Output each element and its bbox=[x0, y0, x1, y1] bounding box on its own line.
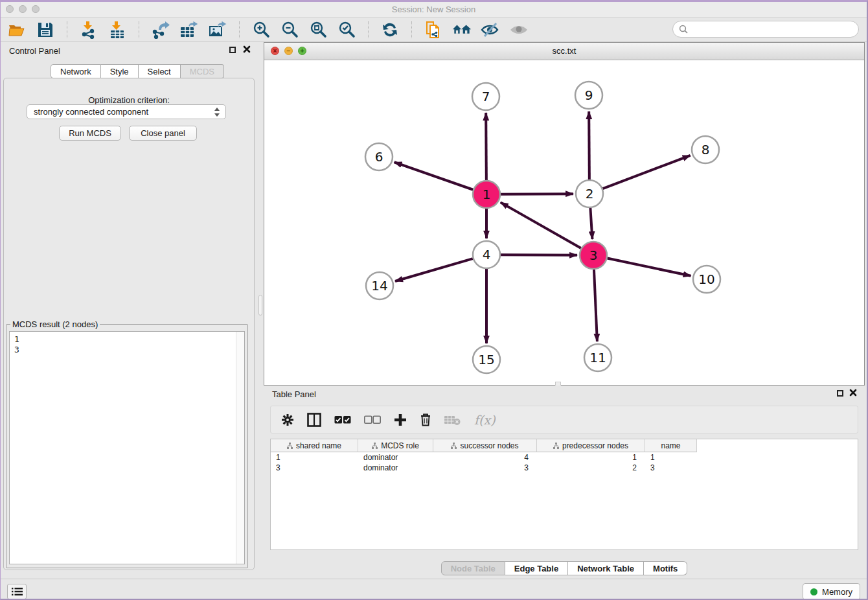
zoom-out-icon[interactable] bbox=[280, 20, 299, 40]
edge-4-3[interactable] bbox=[501, 255, 577, 255]
svg-text:6: 6 bbox=[375, 149, 383, 165]
search-input[interactable] bbox=[691, 23, 858, 36]
column-header-predecessor-nodes[interactable]: predecessor nodes bbox=[537, 439, 645, 452]
node-11[interactable]: 11 bbox=[584, 344, 611, 371]
table-cell[interactable]: 1 bbox=[645, 452, 697, 463]
mcds-result-textarea[interactable]: 1 3 bbox=[9, 331, 245, 564]
edge-3-11[interactable] bbox=[594, 270, 597, 341]
import-table-icon[interactable] bbox=[108, 20, 127, 40]
export-table-icon[interactable] bbox=[179, 20, 199, 40]
table-cell[interactable]: 3 bbox=[433, 463, 537, 473]
edge-4-14[interactable] bbox=[395, 259, 473, 281]
deselect-all-checkboxes-icon[interactable] bbox=[364, 415, 381, 424]
save-session-icon[interactable] bbox=[36, 20, 55, 40]
edge-3-10[interactable] bbox=[608, 259, 691, 276]
node-6[interactable]: 6 bbox=[365, 143, 393, 170]
svg-text:10: 10 bbox=[698, 271, 714, 287]
edge-1-7[interactable] bbox=[486, 113, 486, 180]
tab-node-table[interactable]: Node Table bbox=[441, 561, 505, 575]
memory-button[interactable]: Memory bbox=[803, 583, 860, 600]
edge-2-3[interactable] bbox=[590, 208, 592, 239]
network-window-title: scc.txt bbox=[264, 46, 864, 56]
node-2[interactable]: 2 bbox=[576, 180, 603, 207]
export-network-icon[interactable] bbox=[151, 20, 170, 40]
table-cell[interactable]: 1 bbox=[271, 452, 358, 463]
tab-motifs[interactable]: Motifs bbox=[644, 561, 687, 575]
svg-text:8: 8 bbox=[702, 142, 710, 157]
export-image-icon[interactable] bbox=[208, 20, 227, 40]
zoom-in-icon[interactable] bbox=[251, 20, 271, 40]
open-session-icon[interactable] bbox=[7, 20, 27, 40]
run-mcds-button[interactable]: Run MCDS bbox=[59, 126, 121, 141]
column-header-name[interactable]: name bbox=[645, 439, 697, 452]
network-canvas[interactable]: 1234678910111415 bbox=[264, 60, 864, 385]
network-graph[interactable]: 1234678910111415 bbox=[264, 60, 864, 385]
node-14[interactable]: 14 bbox=[366, 272, 393, 299]
node-4[interactable]: 4 bbox=[473, 241, 500, 268]
optimization-criterion-label: Optimization criterion: bbox=[1, 95, 257, 105]
node-8[interactable]: 8 bbox=[692, 136, 719, 163]
column-header-MCDS-role[interactable]: MCDS role bbox=[358, 439, 433, 452]
table-cell[interactable]: dominator bbox=[358, 452, 433, 463]
node-7[interactable]: 7 bbox=[472, 83, 499, 110]
svg-text:4: 4 bbox=[483, 247, 491, 262]
table-cell[interactable]: dominator bbox=[358, 463, 433, 473]
dropdown-value: strongly connected component bbox=[34, 107, 148, 117]
select-all-checkboxes-icon[interactable] bbox=[334, 415, 351, 424]
tab-select[interactable]: Select bbox=[139, 64, 181, 78]
memory-button-label: Memory bbox=[822, 587, 852, 597]
table-cell[interactable]: 3 bbox=[271, 463, 358, 473]
copy-network-icon[interactable] bbox=[424, 20, 443, 40]
network-view-window: × − + scc.txt 1234678910111415 bbox=[264, 42, 865, 386]
tab-network[interactable]: Network bbox=[51, 64, 101, 78]
edge-2-9[interactable] bbox=[589, 111, 589, 179]
mcds-result-scrollbar[interactable] bbox=[236, 332, 244, 564]
float-table-panel-icon[interactable] bbox=[837, 390, 843, 397]
table-row[interactable]: 3dominator323 bbox=[271, 463, 858, 473]
zoom-fit-icon[interactable] bbox=[308, 20, 328, 40]
table-cell[interactable]: 4 bbox=[433, 452, 537, 463]
task-history-button[interactable] bbox=[7, 584, 27, 599]
svg-text:14: 14 bbox=[371, 278, 387, 294]
shared-column-icon bbox=[553, 443, 559, 449]
node-table[interactable]: shared nameMCDS rolesuccessor nodesprede… bbox=[270, 439, 858, 550]
node-15[interactable]: 15 bbox=[473, 346, 500, 373]
search-field[interactable] bbox=[672, 21, 859, 38]
optimization-criterion-dropdown[interactable]: strongly connected component bbox=[27, 104, 226, 119]
delete-column-trash-icon[interactable] bbox=[420, 413, 431, 426]
tab-mcds[interactable]: MCDS bbox=[181, 64, 224, 78]
edge-1-6[interactable] bbox=[394, 162, 474, 189]
network-window-titlebar[interactable]: × − + scc.txt bbox=[264, 43, 864, 60]
zoom-selected-icon[interactable] bbox=[337, 20, 356, 40]
add-column-plus-icon[interactable] bbox=[394, 413, 407, 426]
float-panel-icon[interactable] bbox=[229, 47, 236, 53]
table-cell[interactable]: 3 bbox=[645, 463, 697, 473]
table-row[interactable]: 1dominator411 bbox=[271, 452, 858, 463]
memory-status-dot bbox=[810, 588, 817, 595]
column-header-successor-nodes[interactable]: successor nodes bbox=[433, 439, 537, 452]
import-network-icon[interactable] bbox=[79, 20, 98, 40]
refresh-view-icon[interactable] bbox=[380, 20, 400, 40]
close-table-panel-icon[interactable] bbox=[849, 389, 857, 398]
node-1[interactable]: 1 bbox=[473, 181, 500, 208]
tab-style[interactable]: Style bbox=[101, 64, 139, 78]
hide-selected-eye-icon[interactable] bbox=[481, 20, 500, 40]
node-3[interactable]: 3 bbox=[580, 242, 607, 269]
main-toolbar bbox=[1, 18, 867, 42]
tab-edge-table[interactable]: Edge Table bbox=[505, 561, 568, 575]
home-layout-icon[interactable] bbox=[452, 20, 472, 40]
column-header-shared-name[interactable]: shared name bbox=[271, 439, 358, 452]
edge-2-8[interactable] bbox=[603, 156, 691, 189]
table-cell[interactable]: 1 bbox=[537, 452, 645, 463]
node-10[interactable]: 10 bbox=[693, 266, 720, 293]
node-9[interactable]: 9 bbox=[575, 82, 602, 109]
close-panel-button[interactable]: Close panel bbox=[129, 126, 197, 141]
table-settings-gear-icon[interactable] bbox=[281, 413, 294, 426]
vertical-splitter-handle[interactable] bbox=[258, 295, 262, 316]
edge-1-2[interactable] bbox=[501, 194, 573, 194]
show-columns-icon[interactable] bbox=[307, 413, 321, 427]
close-panel-icon[interactable] bbox=[243, 45, 251, 54]
tab-network-table[interactable]: Network Table bbox=[568, 561, 644, 575]
table-cell[interactable]: 2 bbox=[537, 463, 645, 473]
edge-3-1[interactable] bbox=[501, 202, 581, 248]
